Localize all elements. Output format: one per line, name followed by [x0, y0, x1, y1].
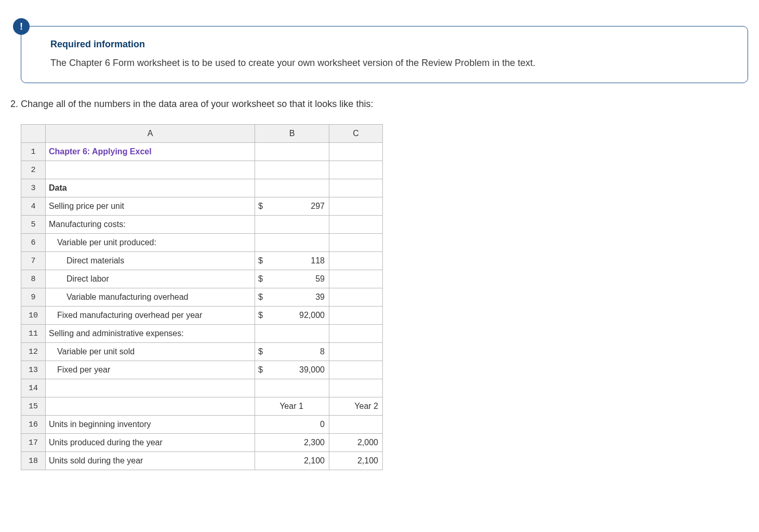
cell-c: [329, 197, 383, 216]
row-number: 14: [21, 379, 46, 397]
table-row: 16Units in beginning inventory0: [21, 416, 383, 434]
cell-b-value: 92,000: [299, 311, 325, 320]
currency-symbol: $: [258, 292, 263, 302]
cell-b-value: 39: [315, 292, 325, 302]
cell-b: [255, 179, 329, 197]
header-col-a: A: [46, 125, 255, 143]
row-number: 10: [21, 307, 46, 325]
cell-a: Units produced during the year: [46, 434, 255, 452]
cell-b: 2,300: [255, 434, 329, 452]
question-text: 2. Change all of the numbers in the data…: [10, 99, 748, 110]
cell-a: Variable per unit produced:: [46, 234, 255, 252]
row-number: 3: [21, 179, 46, 197]
row-number: 17: [21, 434, 46, 452]
cell-b: $39: [255, 288, 329, 307]
table-row: 10Fixed manufacturing overhead per year$…: [21, 307, 383, 325]
cell-c: [329, 416, 383, 434]
row-number: 6: [21, 234, 46, 252]
spreadsheet-table: A B C 1Chapter 6: Applying Excel23Data4S…: [21, 124, 383, 470]
cell-b: $118: [255, 252, 329, 270]
cell-c: [329, 343, 383, 361]
cell-b: [255, 379, 329, 397]
cell-c: [329, 270, 383, 288]
table-row: 6Variable per unit produced:: [21, 234, 383, 252]
row-number: 12: [21, 343, 46, 361]
row-number: 9: [21, 288, 46, 307]
cell-c: [329, 361, 383, 379]
table-row: 18Units sold during the year2,1002,100: [21, 452, 383, 470]
cell-b: [255, 325, 329, 343]
cell-c: [329, 161, 383, 179]
cell-c: [329, 143, 383, 161]
currency-symbol: $: [258, 274, 263, 284]
cell-c: [329, 216, 383, 234]
cell-b: [255, 143, 329, 161]
cell-a: Units in beginning inventory: [46, 416, 255, 434]
cell-b: $59: [255, 270, 329, 288]
currency-symbol: $: [258, 202, 263, 211]
table-row: 8Direct labor$59: [21, 270, 383, 288]
cell-a: [46, 161, 255, 179]
cell-b-value: 0: [320, 420, 325, 429]
row-number: 7: [21, 252, 46, 270]
header-rownum: [21, 125, 46, 143]
table-row: 7Direct materials$118: [21, 252, 383, 270]
cell-b-value: 39,000: [299, 365, 325, 375]
cell-b-value: 8: [320, 347, 325, 356]
currency-symbol: $: [258, 347, 263, 356]
row-number: 4: [21, 197, 46, 216]
cell-a: Units sold during the year: [46, 452, 255, 470]
info-text: The Chapter 6 Form worksheet is to be us…: [50, 56, 733, 70]
cell-b: [255, 216, 329, 234]
row-number: 16: [21, 416, 46, 434]
cell-a: [46, 397, 255, 416]
cell-c: Year 2: [329, 397, 383, 416]
cell-c: [329, 325, 383, 343]
cell-a: Direct materials: [46, 252, 255, 270]
cell-c: 2,000: [329, 434, 383, 452]
cell-a: Selling and administrative expenses:: [46, 325, 255, 343]
row-number: 11: [21, 325, 46, 343]
table-row: 14: [21, 379, 383, 397]
table-row: 13Fixed per year$39,000: [21, 361, 383, 379]
cell-a: Selling price per unit: [46, 197, 255, 216]
cell-c: [329, 234, 383, 252]
cell-b-value: 118: [311, 256, 325, 265]
cell-b: $297: [255, 197, 329, 216]
row-number: 13: [21, 361, 46, 379]
cell-b: [255, 234, 329, 252]
cell-a: Fixed per year: [46, 361, 255, 379]
cell-b-value: 2,100: [304, 456, 325, 466]
table-row: 5Manufacturing costs:: [21, 216, 383, 234]
header-row: A B C: [21, 125, 383, 143]
cell-c: [329, 252, 383, 270]
cell-b-value: 59: [315, 274, 325, 284]
cell-a: Fixed manufacturing overhead per year: [46, 307, 255, 325]
page: ! Required information The Chapter 6 For…: [0, 0, 758, 491]
row-number: 15: [21, 397, 46, 416]
table-row: 11Selling and administrative expenses:: [21, 325, 383, 343]
cell-c: [329, 179, 383, 197]
cell-b: 2,100: [255, 452, 329, 470]
table-row: 15Year 1Year 2: [21, 397, 383, 416]
cell-a: Data: [46, 179, 255, 197]
table-row: 9Variable manufacturing overhead$39: [21, 288, 383, 307]
row-number: 8: [21, 270, 46, 288]
info-badge-icon: !: [13, 18, 30, 35]
currency-symbol: $: [258, 311, 263, 320]
row-number: 5: [21, 216, 46, 234]
cell-b: $8: [255, 343, 329, 361]
currency-symbol: $: [258, 365, 263, 375]
cell-c: [329, 307, 383, 325]
row-number: 2: [21, 161, 46, 179]
cell-b-value: 297: [311, 202, 325, 211]
info-title: Required information: [50, 39, 733, 50]
row-number: 1: [21, 143, 46, 161]
cell-a: Manufacturing costs:: [46, 216, 255, 234]
cell-a: Chapter 6: Applying Excel: [46, 143, 255, 161]
cell-c: [329, 288, 383, 307]
cell-b: $92,000: [255, 307, 329, 325]
cell-b: 0: [255, 416, 329, 434]
cell-a: [46, 379, 255, 397]
table-row: 12Variable per unit sold$8: [21, 343, 383, 361]
